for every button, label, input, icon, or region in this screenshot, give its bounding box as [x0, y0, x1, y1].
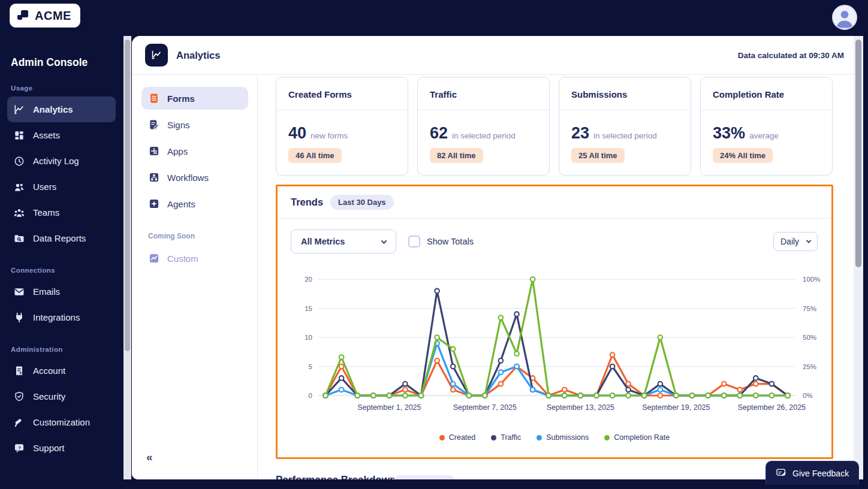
svg-text:September 1, 2025: September 1, 2025: [357, 403, 421, 412]
sidebar-item-emails[interactable]: Emails: [7, 279, 116, 304]
integrations-icon: [13, 312, 25, 324]
sidebar-item-integrations[interactable]: Integrations: [7, 304, 116, 330]
legend-item-completion-rate[interactable]: Completion Rate: [604, 433, 670, 442]
chevron-down-icon: [381, 238, 387, 244]
sidebar-item-support[interactable]: ? Support: [7, 435, 116, 461]
stat-cards-row: Created Forms 40new forms 46 All time Tr…: [276, 77, 833, 176]
right-scrollbar-thumb[interactable]: [855, 40, 861, 267]
subnav-item-label: Signs: [167, 120, 190, 130]
subnav-item-agents[interactable]: Agents: [141, 192, 248, 215]
collapse-sidebar-button[interactable]: «: [146, 451, 153, 464]
section-label-administration: Administration: [11, 346, 116, 353]
agents-icon: [148, 198, 160, 210]
stat-unit: in selected period: [452, 131, 516, 140]
signs-icon: [148, 119, 160, 131]
stat-unit: new forms: [311, 131, 348, 140]
sidebar-item-activity-log[interactable]: Activity Log: [7, 148, 116, 174]
chevron-down-icon: [806, 238, 811, 243]
svg-text:50%: 50%: [803, 334, 816, 341]
subnav-item-label: Agents: [167, 199, 195, 209]
svg-text:September 7, 2025: September 7, 2025: [453, 403, 517, 412]
trends-chart: 00%525%1050%1575%20100%September 1, 2025…: [278, 270, 831, 420]
sidebar-item-teams[interactable]: Teams: [7, 200, 116, 225]
stat-card-title: Completion Rate: [713, 89, 784, 99]
section-label-connections: Connections: [11, 267, 116, 274]
svg-text:?: ?: [18, 445, 21, 450]
granularity-select[interactable]: Daily: [773, 232, 818, 251]
user-avatar[interactable]: [832, 5, 857, 30]
legend-label: Traffic: [501, 433, 521, 442]
legend-dot: [604, 435, 610, 440]
legend-dot: [491, 435, 496, 440]
left-scrollbar-track[interactable]: [123, 36, 131, 489]
give-feedback-label: Give Feedback: [792, 469, 849, 478]
help-bubble-icon: ?: [13, 442, 25, 454]
right-scrollbar-track[interactable]: [854, 36, 863, 479]
sidebar-item-users[interactable]: Users: [7, 174, 116, 200]
brand-logo[interactable]: ACME: [10, 4, 80, 28]
sidebar-item-label: Support: [33, 443, 65, 453]
legend-item-created[interactable]: Created: [439, 433, 475, 442]
left-scrollbar-thumb[interactable]: [125, 40, 130, 351]
stat-card-title: Submissions: [571, 89, 627, 99]
workflows-icon: [148, 171, 160, 183]
sidebar-item-account[interactable]: $ Account: [7, 358, 116, 384]
topbar: ACME: [0, 0, 868, 36]
sidebar-item-label: Security: [33, 391, 65, 402]
subnav-item-label: Custom: [167, 253, 198, 264]
sidebar-item-label: Activity Log: [33, 156, 79, 166]
subnav-item-apps[interactable]: Apps: [141, 140, 248, 162]
svg-text:0%: 0%: [803, 392, 813, 399]
sidebar-item-customization[interactable]: Customization: [7, 409, 116, 435]
svg-text:September 26, 2025: September 26, 2025: [738, 403, 806, 412]
trends-header: Trends Last 30 Days: [278, 186, 831, 219]
stat-value: 23: [571, 124, 589, 143]
trends-panel: Trends Last 30 Days All Metrics Show Tot…: [276, 185, 833, 459]
svg-text:10: 10: [305, 334, 312, 341]
legend-item-traffic[interactable]: Traffic: [491, 433, 521, 442]
subnav-item-workflows[interactable]: Workflows: [141, 166, 248, 189]
legend-dot: [439, 435, 445, 440]
trends-title: Trends: [291, 197, 323, 208]
give-feedback-button[interactable]: Give Feedback: [765, 461, 859, 485]
subnav-item-signs[interactable]: Signs: [141, 113, 248, 136]
stat-value: 33%: [713, 124, 745, 143]
sidebar-item-data-reports[interactable]: Data Reports: [7, 225, 116, 251]
show-totals-checkbox[interactable]: [408, 236, 420, 247]
show-totals-row: Show Totals: [408, 236, 474, 247]
svg-text:5: 5: [309, 363, 312, 370]
data-calculated-note: Data calculated at 09:30 AM: [738, 51, 844, 60]
metrics-select[interactable]: All Metrics: [291, 230, 396, 253]
sidebar-item-assets[interactable]: Assets: [7, 122, 116, 148]
legend-label: Submissions: [546, 433, 589, 442]
forms-icon: [148, 92, 160, 104]
sidebar-item-analytics[interactable]: Analytics: [7, 96, 116, 122]
sidebar-item-label: Emails: [33, 286, 60, 297]
emails-icon: [13, 286, 25, 298]
subnav-item-label: Forms: [167, 93, 195, 104]
stat-card-title: Traffic: [430, 89, 457, 99]
stat-card-created-forms: Created Forms 40new forms 46 All time: [276, 77, 408, 176]
activity-log-icon: [13, 155, 25, 167]
subnav-item-custom[interactable]: Custom: [141, 247, 248, 270]
shield-check-icon: [13, 391, 25, 403]
stat-value: 62: [430, 124, 448, 143]
stat-card-submissions: Submissions 23in selected period 25 All …: [559, 77, 691, 176]
show-totals-label: Show Totals: [427, 237, 474, 246]
feedback-icon: [776, 467, 787, 479]
stat-card-traffic: Traffic 62in selected period 82 All time: [417, 77, 550, 176]
sidebar-item-label: Analytics: [33, 104, 73, 114]
sidebar-item-security[interactable]: Security: [7, 384, 116, 409]
subnav-item-forms[interactable]: Forms: [141, 87, 248, 110]
analytics-icon: [13, 104, 25, 116]
sidebar-item-label: Data Reports: [33, 233, 86, 243]
subnav-item-label: Workflows: [167, 173, 209, 183]
legend-item-submissions[interactable]: Submissions: [537, 433, 589, 442]
stat-unit: in selected period: [593, 131, 657, 140]
product-subnav: Forms Signs Apps Workflows Agents Coming…: [132, 75, 258, 479]
next-section-title: Performance Breakdown: [276, 474, 396, 479]
granularity-select-value: Daily: [780, 237, 799, 246]
metrics-select-value: All Metrics: [301, 237, 345, 246]
main-window: Analytics Data calculated at 09:30 AM Fo…: [132, 36, 863, 479]
period-badge: Last 30 Days: [330, 195, 394, 210]
